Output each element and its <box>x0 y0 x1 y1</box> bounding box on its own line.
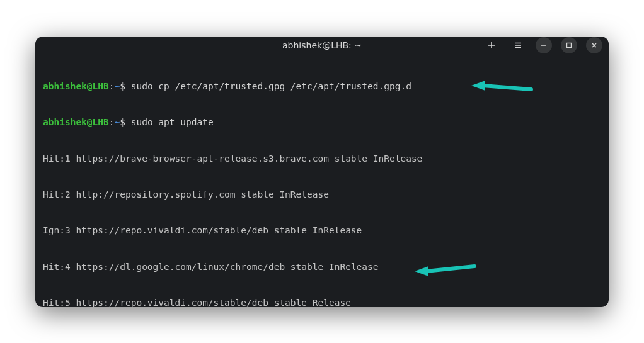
maximize-button[interactable] <box>561 37 577 53</box>
prompt-user: abhishek@LHB <box>43 81 109 91</box>
output-line: Ign:3 https://repo.vivaldi.com/stable/de… <box>43 225 599 237</box>
output-line: Hit:5 https://repo.vivaldi.com/stable/de… <box>43 297 599 307</box>
titlebar: abhishek@LHB: ~ <box>35 37 609 54</box>
window-controls <box>483 37 602 54</box>
prompt-path: ~ <box>115 81 120 91</box>
prompt-symbol: $ <box>120 81 125 91</box>
svg-rect-0 <box>567 43 572 47</box>
prompt-path: ~ <box>115 117 120 127</box>
prompt-line: abhishek@LHB:~$ sudo cp /etc/apt/trusted… <box>43 81 599 93</box>
command-text: sudo cp /etc/apt/trusted.gpg /etc/apt/tr… <box>131 81 411 91</box>
terminal-window: abhishek@LHB: ~ abhishek@LHB:~$ sudo cp … <box>35 37 609 307</box>
minimize-button[interactable] <box>536 37 552 53</box>
output-line: Hit:4 https://dl.google.com/linux/chrome… <box>43 261 599 273</box>
new-tab-button[interactable] <box>483 37 500 54</box>
window-title: abhishek@LHB: ~ <box>282 40 362 50</box>
close-button[interactable] <box>586 37 602 53</box>
prompt-symbol: $ <box>120 117 125 127</box>
prompt-line: abhishek@LHB:~$ sudo apt update <box>43 116 599 128</box>
output-line: Hit:2 http://repository.spotify.com stab… <box>43 189 599 201</box>
menu-button[interactable] <box>509 37 527 54</box>
command-text: sudo apt update <box>131 117 214 127</box>
output-line: Hit:1 https://brave-browser-apt-release.… <box>43 153 599 165</box>
terminal-body[interactable]: abhishek@LHB:~$ sudo cp /etc/apt/trusted… <box>35 54 609 307</box>
prompt-user: abhishek@LHB <box>43 117 109 127</box>
